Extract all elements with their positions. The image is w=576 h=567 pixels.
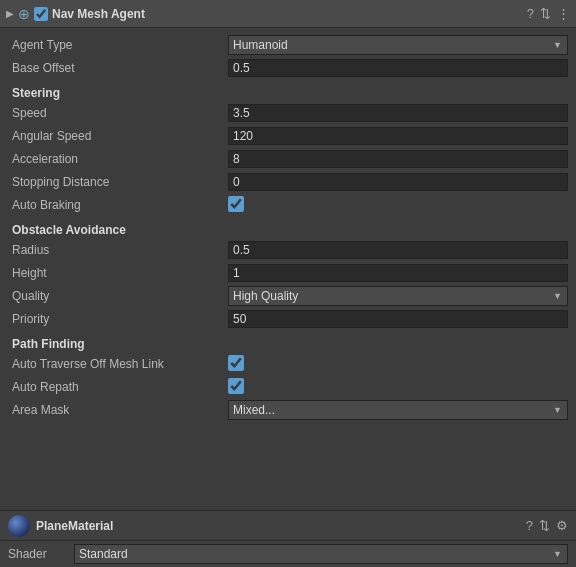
acceleration-label: Acceleration — [8, 152, 228, 166]
stopping-distance-input[interactable] — [228, 173, 568, 191]
material-title: PlaneMaterial — [36, 519, 520, 533]
shader-label: Shader — [8, 547, 68, 561]
stopping-distance-label: Stopping Distance — [8, 175, 228, 189]
auto-braking-row: Auto Braking — [8, 194, 568, 216]
auto-traverse-checkbox[interactable] — [228, 355, 244, 371]
nav-mesh-agent-panel: ▶ ⊕ Nav Mesh Agent ? ⇅ ⋮ Agent Type Huma… — [0, 0, 576, 428]
base-offset-input[interactable] — [228, 59, 568, 77]
priority-label: Priority — [8, 312, 228, 326]
material-sphere-icon — [8, 515, 30, 537]
radius-input[interactable] — [228, 241, 568, 259]
speed-input[interactable] — [228, 104, 568, 122]
speed-row: Speed — [8, 102, 568, 124]
component-content: Agent Type Humanoid Base Offset Steering… — [0, 28, 576, 428]
collapse-arrow-icon[interactable]: ▶ — [6, 8, 14, 19]
auto-traverse-label: Auto Traverse Off Mesh Link — [8, 357, 228, 371]
component-title: Nav Mesh Agent — [52, 7, 523, 21]
area-mask-label: Area Mask — [8, 403, 228, 417]
area-mask-select-wrapper: Mixed... — [228, 400, 568, 420]
help-icon[interactable]: ? — [527, 6, 534, 21]
base-offset-label: Base Offset — [8, 61, 228, 75]
material-preset-icon[interactable]: ⇅ — [539, 518, 550, 533]
area-mask-row: Area Mask Mixed... — [8, 399, 568, 421]
quality-select[interactable]: High Quality — [228, 286, 568, 306]
material-help-icon[interactable]: ? — [526, 518, 533, 533]
acceleration-input[interactable] — [228, 150, 568, 168]
auto-braking-checkbox[interactable] — [228, 196, 244, 212]
agent-type-label: Agent Type — [8, 38, 228, 52]
stopping-distance-row: Stopping Distance — [8, 171, 568, 193]
menu-icon[interactable]: ⋮ — [557, 6, 570, 21]
obstacle-avoidance-section-header: Obstacle Avoidance — [8, 217, 568, 239]
height-input[interactable] — [228, 264, 568, 282]
radius-row: Radius — [8, 239, 568, 261]
path-finding-section-header: Path Finding — [8, 331, 568, 353]
angular-speed-label: Angular Speed — [8, 129, 228, 143]
angular-speed-row: Angular Speed — [8, 125, 568, 147]
auto-repath-row: Auto Repath — [8, 376, 568, 398]
quality-label: Quality — [8, 289, 228, 303]
auto-repath-checkbox[interactable] — [228, 378, 244, 394]
quality-select-wrapper: High Quality — [228, 286, 568, 306]
component-icon: ⊕ — [18, 6, 30, 22]
angular-speed-input[interactable] — [228, 127, 568, 145]
component-header: ▶ ⊕ Nav Mesh Agent ? ⇅ ⋮ — [0, 0, 576, 28]
speed-label: Speed — [8, 106, 228, 120]
material-header: PlaneMaterial ? ⇅ ⚙ — [0, 511, 576, 541]
material-header-icons: ? ⇅ ⚙ — [526, 518, 568, 533]
preset-icon[interactable]: ⇅ — [540, 6, 551, 21]
agent-type-row: Agent Type Humanoid — [8, 34, 568, 56]
base-offset-row: Base Offset — [8, 57, 568, 79]
priority-input[interactable] — [228, 310, 568, 328]
agent-type-select[interactable]: Humanoid — [228, 35, 568, 55]
auto-traverse-row: Auto Traverse Off Mesh Link — [8, 353, 568, 375]
area-mask-select[interactable]: Mixed... — [228, 400, 568, 420]
shader-row: Shader Standard — [0, 541, 576, 567]
component-enabled-checkbox[interactable] — [34, 7, 48, 21]
material-settings-icon[interactable]: ⚙ — [556, 518, 568, 533]
base-offset-value-wrapper — [228, 59, 568, 77]
acceleration-row: Acceleration — [8, 148, 568, 170]
quality-row: Quality High Quality — [8, 285, 568, 307]
header-icons: ? ⇅ ⋮ — [527, 6, 570, 21]
auto-braking-label: Auto Braking — [8, 198, 228, 212]
radius-label: Radius — [8, 243, 228, 257]
steering-section-header: Steering — [8, 80, 568, 102]
height-row: Height — [8, 262, 568, 284]
priority-row: Priority — [8, 308, 568, 330]
shader-select-wrapper: Standard — [74, 544, 568, 564]
material-section: PlaneMaterial ? ⇅ ⚙ Shader Standard — [0, 510, 576, 567]
agent-type-select-wrapper: Humanoid — [228, 35, 568, 55]
height-label: Height — [8, 266, 228, 280]
auto-repath-label: Auto Repath — [8, 380, 228, 394]
shader-select[interactable]: Standard — [74, 544, 568, 564]
